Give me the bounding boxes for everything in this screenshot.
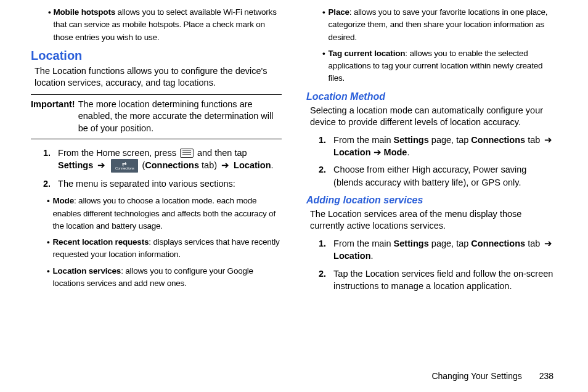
step-number: 2. xyxy=(319,163,326,189)
recent-label: Recent location requests xyxy=(53,237,149,247)
left-column: • Mobile hotspots allows you to select a… xyxy=(31,6,282,297)
mode-label: Mode xyxy=(384,147,407,157)
adding-description: The Location services area of the menu d… xyxy=(306,208,557,232)
arrow-icon: ➔ xyxy=(221,159,229,171)
bullet-content: Mobile hotspots allows you to select ava… xyxy=(54,6,282,44)
step-1: 1. From the Home screen, press and then … xyxy=(31,147,282,173)
step-content: Tap the Location services field and foll… xyxy=(333,267,557,293)
connections-label: Connections xyxy=(145,160,199,170)
place-label: Place xyxy=(329,7,349,17)
period: . xyxy=(271,160,274,170)
step-number: 2. xyxy=(43,178,51,190)
services-label: Location services xyxy=(53,266,121,276)
connections-icon: ⇄Connections xyxy=(111,159,138,173)
bullet-dot: • xyxy=(48,6,51,44)
text-mid: page, tap xyxy=(429,239,472,248)
mode-label: Mode xyxy=(53,196,74,205)
step-content: From the Home screen, press and then tap… xyxy=(58,147,282,173)
step-content: Choose from either High accuracy, Power … xyxy=(333,163,557,189)
adding-step-1: 1. From the main Settings page, tap Conn… xyxy=(306,237,557,263)
settings-label: Settings xyxy=(58,160,93,170)
adding-step-2: 2. Tap the Location services field and f… xyxy=(306,267,557,293)
bullet-content: Recent location requests: displays servi… xyxy=(53,236,282,261)
period: . xyxy=(371,251,374,261)
bullet-dot: • xyxy=(47,265,50,290)
step-number: 2. xyxy=(319,267,326,293)
text-pre: From the main xyxy=(333,239,394,248)
heading-adding-services: Adding location services xyxy=(306,195,557,206)
method-step-2: 2. Choose from either High accuracy, Pow… xyxy=(306,163,557,189)
text-post1: and then tap xyxy=(195,148,247,158)
bullet-mode: • Mode: allows you to choose a location … xyxy=(31,195,282,232)
footer-title: Changing Your Settings xyxy=(431,371,521,381)
step-content: The menu is separated into various secti… xyxy=(58,178,282,190)
bullet-dot: • xyxy=(47,195,50,232)
connections-icon-label: Connections xyxy=(115,167,134,171)
step-number: 1. xyxy=(319,237,326,263)
page-columns: • Mobile hotspots allows you to select a… xyxy=(31,6,557,297)
step-content: From the main Settings page, tap Connect… xyxy=(333,237,557,263)
settings-label: Settings xyxy=(394,135,429,145)
text-mid: page, tap xyxy=(429,135,472,145)
bullet-content: Mode: allows you to choose a location mo… xyxy=(53,195,282,232)
arrow-icon: ➔ xyxy=(97,159,105,171)
mode-text: : allows you to choose a location mode. … xyxy=(53,196,276,231)
step-number: 1. xyxy=(319,134,326,159)
right-column: • Place: allows you to save your favorit… xyxy=(306,6,557,297)
step-content: From the main Settings page, tap Connect… xyxy=(333,134,557,159)
bullet-recent: • Recent location requests: displays ser… xyxy=(31,236,282,261)
method-description: Selecting a location mode can automatica… xyxy=(306,105,557,129)
arrow-icon: ➔ xyxy=(544,237,552,250)
bullet-dot: • xyxy=(322,6,325,44)
heading-location: Location xyxy=(31,49,282,63)
arrow-icon: ➔ xyxy=(544,134,552,146)
tab-text: tab xyxy=(525,239,542,248)
heading-location-method: Location Method xyxy=(306,91,557,102)
text-pre: From the Home screen, press xyxy=(58,148,179,158)
method-step-1: 1. From the main Settings page, tap Conn… xyxy=(306,134,557,159)
tab-text: tab xyxy=(525,135,542,145)
period: . xyxy=(407,147,409,157)
text-pre: From the main xyxy=(333,135,394,145)
bullet-place: • Place: allows you to save your favorit… xyxy=(306,6,557,44)
important-label: Important! xyxy=(31,99,75,135)
open-paren: ( xyxy=(139,160,145,170)
bullet-tag: • Tag current location: allows you to en… xyxy=(306,47,557,85)
page-number: 238 xyxy=(539,371,553,381)
settings-label: Settings xyxy=(394,239,429,248)
bullet-content: Location services: allows you to configu… xyxy=(53,265,282,290)
bullet-dot: • xyxy=(322,47,325,85)
location-label: Location xyxy=(333,147,370,157)
bullet-mobile-hotspots: • Mobile hotspots allows you to select a… xyxy=(31,6,282,44)
location-label: Location xyxy=(231,160,271,170)
page-footer: Changing Your Settings 238 xyxy=(431,371,553,381)
menu-icon xyxy=(180,149,194,158)
step-2: 2. The menu is separated into various se… xyxy=(31,178,282,190)
bullet-content: Place: allows you to save your favorite … xyxy=(329,6,557,44)
step-number: 1. xyxy=(43,147,51,173)
bullet-dot: • xyxy=(47,236,50,261)
tab-text: tab) xyxy=(199,160,219,170)
connections-label: Connections xyxy=(471,239,525,248)
hotspot-label: Mobile hotspots xyxy=(54,7,116,17)
arrow-text: ➔ xyxy=(371,147,384,157)
location-description: The Location functions allows you to con… xyxy=(31,65,282,89)
place-text: : allows you to save your favorite locat… xyxy=(329,7,548,42)
connections-label: Connections xyxy=(471,135,525,145)
important-text: The more location determining functions … xyxy=(78,99,282,135)
bullet-services: • Location services: allows you to confi… xyxy=(31,265,282,290)
bullet-content: Tag current location: allows you to enab… xyxy=(329,47,557,85)
important-note: Important! The more location determining… xyxy=(31,94,282,139)
tag-label: Tag current location xyxy=(329,49,406,58)
location-label: Location xyxy=(333,251,370,261)
